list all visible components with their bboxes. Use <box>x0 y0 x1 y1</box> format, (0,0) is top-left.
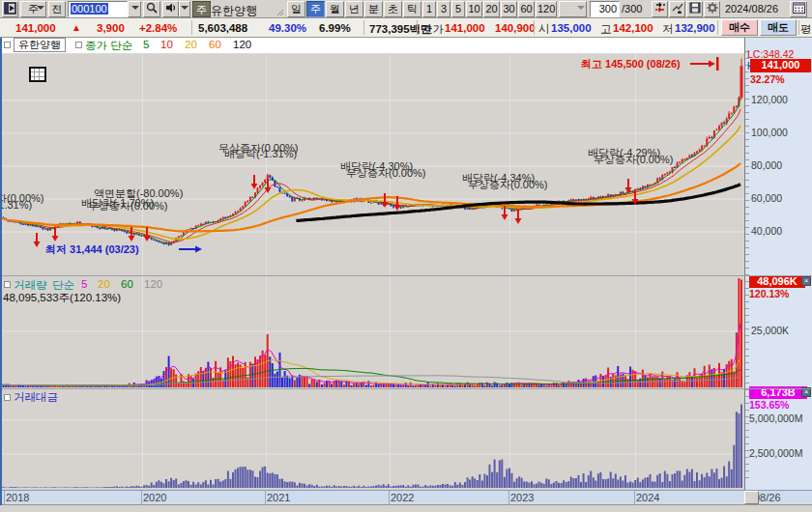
interval-button-10[interactable]: 10 <box>466 1 482 17</box>
right-axis: LC:348.42 HC: 141,000 32.27% 120,000 100… <box>744 38 812 490</box>
open-price: 135,000 <box>551 22 592 34</box>
price-tick: 60,000 <box>751 192 782 204</box>
sound-dropdown-button[interactable] <box>179 1 190 17</box>
value-title: 거래대금 <box>14 390 58 405</box>
interval-button-120[interactable]: 120 <box>536 1 557 17</box>
time-axis-label: 2024 <box>636 492 659 503</box>
interval-button-30[interactable]: 30 <box>501 1 517 17</box>
interval-button-60[interactable]: 60 <box>518 1 535 17</box>
quote-bar: 141,000 ▲ 3,900 +2.84% 5,603,488 49.30% … <box>0 18 812 38</box>
ma-legend-20: 20 <box>185 39 197 50</box>
grid-tool-icon[interactable] <box>29 67 46 82</box>
trendline-tool-icon <box>672 2 683 14</box>
calendar-button[interactable] <box>790 1 807 17</box>
event-annotation-label: 무상증자(0.00%) <box>346 166 426 181</box>
all-time-low-marker: 최저 31,444 (03/23) <box>45 242 139 257</box>
ma-legend-10: 10 <box>160 39 173 50</box>
chevron-down-icon <box>37 6 44 14</box>
stock-code-value: 000100 <box>71 3 108 14</box>
ask-price: 141,000 <box>445 22 485 34</box>
current-value-pct: 153.65% <box>749 399 789 411</box>
sound-button[interactable] <box>162 1 179 17</box>
low-price: 132,900 <box>675 22 715 34</box>
market-badge: 주 <box>192 1 211 17</box>
period-tab-년[interactable]: 년 <box>345 1 363 17</box>
low-label: 저 <box>662 22 674 37</box>
period-tab-일[interactable]: 일 <box>287 1 305 17</box>
collapse-box-icon[interactable] <box>75 42 82 48</box>
all-time-high-marker: 최고 145,500 (08/26) <box>581 57 681 71</box>
current-price-box: 141,000 <box>750 59 811 72</box>
floppy-icon <box>689 2 701 14</box>
event-annotation-label: 무상증자(0.00%) <box>468 178 548 192</box>
buy-button[interactable]: 매수 <box>721 19 758 36</box>
pct2: 6.99% <box>319 22 351 34</box>
interval-button-5[interactable]: 5 <box>451 1 465 17</box>
exit-panel-icon-button[interactable] <box>2 1 18 17</box>
period-combo[interactable]: 주 <box>20 1 46 17</box>
value-tick: 5,000,000M <box>749 412 802 424</box>
high-label: 고 <box>600 22 612 37</box>
high-price: 142,100 <box>613 22 653 34</box>
price-change: 3,900 <box>97 22 125 34</box>
volume-today: 5,603,488 <box>198 22 247 34</box>
settings-button[interactable] <box>704 1 720 17</box>
code-dropdown-button[interactable] <box>128 1 141 17</box>
period-tab-주[interactable]: 주 <box>306 1 325 17</box>
period-tab-틱[interactable]: 틱 <box>403 1 421 17</box>
close-volume-pane-icon[interactable]: × <box>801 276 811 286</box>
collapse-box-icon[interactable] <box>4 281 11 288</box>
value-tick: 2,500,000M <box>749 447 802 459</box>
exit-panel-icon <box>4 2 16 14</box>
price-change-pct: +2.84% <box>139 22 177 34</box>
toolbar: 주 전 000100 주 유한양행 일주월년분초틱 13510203060120… <box>0 0 812 18</box>
sell-button[interactable]: 매도 <box>760 19 797 36</box>
bid-price: 140,900 <box>495 22 536 34</box>
price-tick: 80,000 <box>751 159 782 171</box>
chevron-down-icon <box>181 6 188 14</box>
collapse-box-icon[interactable] <box>4 42 11 48</box>
last-price: 141,000 <box>15 22 56 34</box>
compare-button[interactable] <box>652 1 668 17</box>
event-annotation-label: 무상증자(0.00%) <box>88 199 168 213</box>
chart-title-box[interactable]: 유한양행 <box>14 38 66 52</box>
arrows-icon <box>654 2 666 14</box>
jeon-button[interactable]: 전 <box>48 1 66 17</box>
search-button[interactable] <box>143 1 160 17</box>
time-axis-label: 2022 <box>391 492 414 503</box>
period-tab-초[interactable]: 초 <box>384 1 402 17</box>
gear-icon <box>707 2 718 14</box>
time-axis-label: 2023 <box>510 492 534 503</box>
interval-button-1[interactable]: 1 <box>422 1 436 17</box>
date-display[interactable]: 2024/08/26 <box>725 3 778 14</box>
time-axis-label: 2021 <box>267 492 290 503</box>
scrollbar-thumb[interactable] <box>744 491 759 504</box>
time-axis-label: 2018 <box>6 492 29 503</box>
period-tab-분[interactable]: 분 <box>364 1 383 17</box>
bar-count-input[interactable]: 300 <box>590 1 620 17</box>
price-tick: 120,000 <box>751 94 788 105</box>
save-button[interactable] <box>686 1 703 17</box>
empty-combo[interactable] <box>559 1 587 17</box>
ma-legend-20: 20 <box>98 278 110 290</box>
calendar-icon <box>793 2 805 14</box>
time-axis[interactable]: 20182020202120222023202408/26 <box>0 490 812 505</box>
stock-code-input[interactable]: 000100 <box>68 1 128 17</box>
ma-legend-5: 5 <box>143 39 149 50</box>
resize-grip-icon <box>276 9 284 16</box>
volume-tick: 25,000K <box>751 325 789 336</box>
volume-summary: 48,095,533주(120.13%) <box>3 291 121 305</box>
ma-legend-60: 60 <box>121 278 133 290</box>
time-axis-label: 2020 <box>143 492 166 503</box>
draw-tool-button[interactable] <box>669 1 685 17</box>
up-arrow-icon: ▲ <box>72 22 81 33</box>
collapse-box-icon[interactable] <box>4 394 11 401</box>
window-frame <box>0 38 2 505</box>
interval-button-20[interactable]: 20 <box>483 1 500 17</box>
current-volume-box: 48,096K <box>749 275 805 288</box>
interval-button-3[interactable]: 3 <box>437 1 450 17</box>
main-chart-header: 유한양행 종가 단순 5102060120 <box>2 38 744 53</box>
period-tab-월[interactable]: 월 <box>326 1 344 17</box>
ma-legend-120: 120 <box>233 39 251 50</box>
chevron-down-icon <box>577 6 585 14</box>
